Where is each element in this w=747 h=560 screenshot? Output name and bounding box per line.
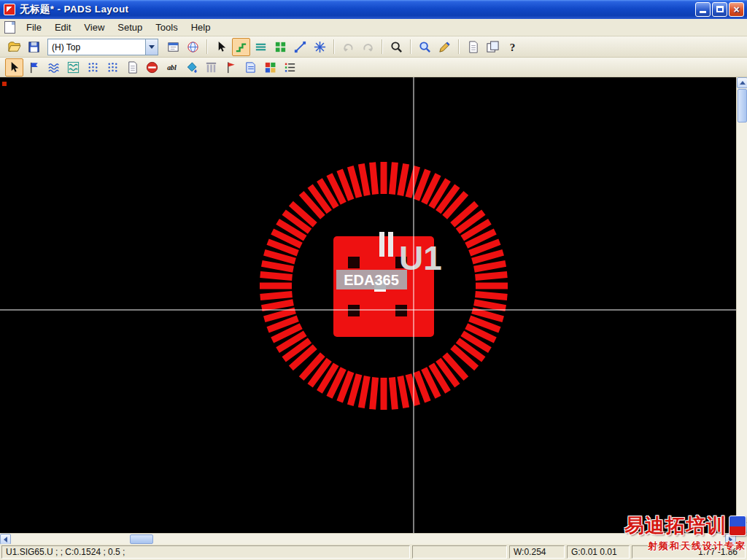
silkscreen-bar — [379, 232, 384, 257]
status-width: W:0.254 — [509, 545, 565, 559]
board-outline-button[interactable] — [222, 58, 240, 77]
pads-layout-window: 无标题* - PADS Layout × File Edit View Setu… — [0, 0, 747, 560]
layer-selector[interactable]: (H) Top — [47, 39, 158, 55]
scroll-left-button[interactable] — [0, 534, 11, 545]
window-title: 无标题* - PADS Layout — [20, 3, 128, 16]
copper-pour-button[interactable] — [64, 58, 82, 77]
arrow-up-icon — [740, 81, 746, 85]
document-icon — [4, 21, 15, 34]
from-library-button[interactable] — [241, 58, 260, 77]
status-selection-info: U1.SIG65.U ; ; C:0.1524 ; 0.5 ; — [1, 545, 410, 559]
toolbar-separator — [206, 39, 208, 54]
cam-preview-button[interactable] — [164, 38, 182, 56]
status-coordinates: 1.77 -1.86 — [632, 545, 746, 559]
menu-setup[interactable]: Setup — [111, 20, 149, 35]
status-bar: U1.SIG65.U ; ; C:0.1524 ; 0.5 ; W:0.254 … — [0, 544, 747, 560]
design-toolbar-toggle[interactable] — [252, 38, 270, 56]
undo-button[interactable] — [339, 38, 357, 56]
menu-view[interactable]: View — [77, 20, 111, 35]
save-file-button[interactable] — [25, 38, 43, 56]
status-grid: G:0.01 0.01 — [567, 545, 630, 559]
text-tool-button[interactable]: abl — [163, 58, 181, 77]
toolbar-separator — [333, 39, 335, 54]
horizontal-scrollbar[interactable] — [0, 533, 736, 544]
vertical-scroll-thumb[interactable] — [738, 89, 747, 122]
eco-toolbar-toggle[interactable] — [311, 38, 329, 56]
select-tool-button[interactable] — [5, 58, 23, 77]
keepout-button[interactable] — [143, 58, 161, 77]
scroll-up-button[interactable] — [737, 77, 747, 88]
copper-button[interactable] — [44, 58, 63, 77]
arrow-right-icon — [729, 537, 732, 542]
design-canvas[interactable]: U1 EDA365 — [0, 77, 736, 533]
menu-help[interactable]: Help — [185, 20, 217, 35]
toolbar-separator — [458, 39, 460, 54]
help-button[interactable]: ? — [503, 38, 522, 56]
svg-text:abl: abl — [167, 63, 177, 71]
zoom-button[interactable] — [387, 38, 406, 56]
flood-pour-button[interactable] — [104, 58, 122, 77]
menu-edit[interactable]: Edit — [48, 20, 77, 35]
horizontal-scroll-thumb[interactable] — [130, 534, 153, 544]
silkscreen-bar — [388, 232, 393, 257]
board-viewer-button[interactable] — [416, 38, 434, 56]
svg-text:EDA365: EDA365 — [344, 272, 399, 288]
tile-windows-button[interactable] — [484, 38, 502, 56]
layer-selector-dropdown-button[interactable] — [145, 39, 158, 55]
menu-tools[interactable]: Tools — [149, 20, 184, 35]
fill-button[interactable] — [182, 58, 201, 77]
origin-marker — [2, 82, 7, 86]
pour-manager-button[interactable] — [202, 58, 220, 77]
router-toolbar-toggle[interactable] — [271, 38, 290, 56]
scroll-down-button[interactable] — [737, 522, 747, 533]
svg-text:?: ? — [510, 40, 516, 52]
arrow-left-icon — [4, 537, 7, 542]
maximize-button[interactable] — [712, 2, 727, 17]
drafting-toolbar: abl — [0, 58, 747, 77]
menu-bar: File Edit View Setup Tools Help — [0, 19, 747, 36]
cleanup-design-button[interactable] — [436, 38, 454, 56]
selection-pointer-button[interactable] — [212, 38, 231, 56]
arrow-down-icon — [740, 526, 746, 529]
close-button[interactable]: × — [729, 2, 744, 17]
scrollbar-corner — [736, 533, 747, 544]
menu-file[interactable]: File — [20, 20, 48, 35]
minimize-icon — [700, 11, 706, 13]
vertical-scrollbar[interactable] — [736, 77, 747, 533]
redo-button[interactable] — [359, 38, 377, 56]
copy-drafting-button[interactable] — [123, 58, 142, 77]
new-window-button[interactable] — [464, 38, 482, 56]
minimize-button[interactable] — [695, 2, 711, 17]
scroll-right-button[interactable] — [725, 534, 736, 545]
app-icon — [4, 4, 15, 15]
layer-selector-value: (H) Top — [48, 42, 145, 52]
redraw-button[interactable] — [184, 38, 202, 56]
create-2d-line-button[interactable] — [25, 58, 43, 77]
eda365-overlay-label: EDA365 — [336, 270, 407, 289]
chevron-down-icon — [149, 45, 155, 49]
drafting-toolbar-toggle[interactable] — [232, 38, 250, 56]
toolbar-separator — [382, 39, 383, 54]
title-bar[interactable]: 无标题* - PADS Layout × — [0, 0, 747, 19]
dimensioning-toolbar-toggle[interactable] — [291, 38, 309, 56]
hatch-pour-button[interactable] — [84, 58, 102, 77]
properties-list-button[interactable] — [281, 58, 299, 77]
status-empty-panel — [412, 545, 507, 559]
maximize-icon — [716, 6, 724, 12]
open-file-button[interactable] — [5, 38, 23, 56]
toolbar-separator — [410, 39, 411, 54]
cam-document-button[interactable] — [261, 58, 279, 77]
close-icon: × — [729, 4, 743, 16]
standard-toolbar: (H) Top ? — [0, 36, 747, 58]
